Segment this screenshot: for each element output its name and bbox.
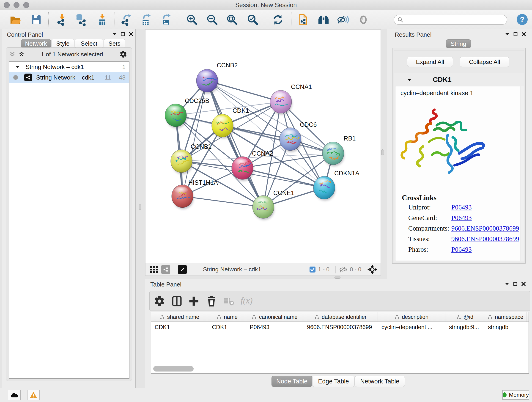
export-network-icon[interactable] — [120, 13, 133, 26]
network-node-cdc25b[interactable] — [165, 104, 187, 128]
network-edge[interactable] — [207, 81, 263, 207]
column-header-shared-name[interactable]: shared name — [151, 313, 208, 322]
tree-expand-icon[interactable] — [16, 65, 20, 68]
warning-status-button[interactable] — [27, 390, 40, 400]
network-node-ccnb2[interactable] — [196, 69, 219, 94]
network-row-selected[interactable]: String Network – cdk1 11 48 — [9, 72, 129, 83]
import-network-icon[interactable] — [56, 13, 68, 26]
tab-network-table[interactable]: Network Table — [355, 376, 405, 387]
table-cell[interactable]: 9606.ENSP00000378699 — [303, 324, 378, 331]
horizontal-scrollbar[interactable] — [153, 366, 194, 371]
network-node-ccna1[interactable] — [270, 90, 292, 115]
float-panel-icon[interactable] — [513, 32, 518, 36]
network-node-ccne1[interactable] — [253, 196, 274, 220]
panel-menu-icon[interactable] — [505, 33, 509, 36]
expand-all-icon[interactable] — [19, 51, 25, 57]
float-panel-icon[interactable] — [513, 282, 517, 286]
hidden-items-icon[interactable] — [339, 266, 348, 273]
network-edge[interactable] — [242, 168, 324, 188]
export-image-icon[interactable] — [160, 13, 172, 26]
import-table-icon[interactable] — [96, 13, 108, 26]
column-header--id[interactable]: @id — [445, 313, 484, 322]
birds-eye-view-icon[interactable] — [178, 265, 187, 274]
network-view[interactable]: CCNB2CCNA1CDC25BCDK1CDC6RB1CCNB1CCNA2CDK… — [145, 29, 381, 276]
zoom-fit-icon[interactable] — [226, 13, 238, 26]
delete-column-icon[interactable] — [206, 295, 217, 307]
collapse-section-icon[interactable] — [407, 78, 412, 81]
selected-checkbox-icon[interactable] — [309, 266, 316, 273]
network-canvas[interactable]: CCNB2CCNA1CDC25BCDK1CDC6RB1CCNB1CCNA2CDK… — [146, 30, 380, 263]
network-collection-row[interactable]: String Network – cdk1 1 — [9, 62, 129, 72]
column-header-namespace[interactable]: namespace — [484, 313, 527, 322]
float-panel-icon[interactable] — [121, 32, 125, 36]
crosslink-link[interactable]: P06493 — [451, 204, 472, 211]
network-node-rb1[interactable] — [322, 142, 344, 166]
search-objects-icon[interactable] — [317, 13, 330, 26]
results-scrollbar[interactable] — [521, 86, 524, 261]
panel-menu-icon[interactable] — [113, 33, 117, 36]
show-columns-icon[interactable] — [171, 295, 183, 307]
create-column-icon[interactable] — [188, 295, 200, 307]
crosslink-link[interactable]: P06493 — [451, 246, 472, 253]
import-network-from-database-icon[interactable] — [75, 13, 87, 26]
hide-selected-icon[interactable] — [337, 13, 349, 26]
cloud-status-button[interactable] — [8, 390, 21, 400]
panel-menu-icon[interactable] — [505, 283, 509, 285]
pan-crosshair-icon[interactable] — [367, 264, 377, 274]
collapse-all-icon[interactable] — [9, 51, 15, 57]
table-cell[interactable]: CDK1 — [151, 324, 208, 331]
column-header-name[interactable]: name — [208, 313, 246, 322]
tab-edge-table[interactable]: Edge Table — [312, 376, 355, 387]
network-edge[interactable] — [182, 196, 263, 207]
show-graphics-details-icon[interactable] — [357, 13, 370, 26]
help-button[interactable]: ? — [516, 13, 528, 26]
crosslink-link[interactable]: P06493 — [451, 214, 472, 222]
refresh-icon[interactable] — [272, 13, 284, 26]
table-cell[interactable]: stringdb:9... — [445, 324, 484, 331]
tab-sets[interactable]: Sets — [104, 39, 125, 48]
annotation-file-icon[interactable] — [297, 13, 309, 26]
zoom-selected-icon[interactable] — [247, 13, 259, 26]
table-cell[interactable]: P06493 — [246, 324, 303, 331]
table-cell[interactable]: cyclin–dependent ... — [378, 324, 445, 331]
delete-table-icon[interactable] — [223, 295, 234, 307]
table-cell[interactable]: stringdb — [484, 324, 527, 331]
zoom-out-icon[interactable] — [206, 13, 218, 26]
gene-section-header[interactable]: CDK1 — [394, 73, 524, 86]
table-row[interactable]: CDK1CDK1P064939606.ENSP00000378699cyclin… — [151, 322, 529, 332]
close-panel-icon[interactable] — [521, 282, 526, 286]
save-session-icon[interactable] — [30, 13, 42, 26]
collapse-all-button[interactable]: Collapse All — [460, 57, 509, 67]
network-node-cdk1[interactable] — [212, 114, 234, 139]
expand-all-button[interactable]: Expand All — [407, 57, 453, 67]
network-view-mode-icon[interactable] — [161, 265, 170, 274]
table-options-gear-icon[interactable] — [154, 295, 165, 307]
crosslink-link[interactable]: 9606.ENSP00000378699 — [451, 225, 519, 232]
tab-string[interactable]: String — [446, 39, 471, 48]
close-panel-icon[interactable] — [522, 32, 526, 36]
memory-button[interactable]: Memory — [502, 390, 529, 400]
network-node-cdc6[interactable] — [279, 128, 302, 152]
right-splitter-handle[interactable] — [381, 149, 384, 155]
network-node-ccnb1[interactable] — [171, 150, 193, 174]
tab-style[interactable]: Style — [51, 39, 75, 48]
grid-view-icon[interactable] — [150, 266, 158, 274]
column-header-description[interactable]: description — [378, 313, 445, 322]
function-builder-icon[interactable]: f(x) — [241, 295, 259, 307]
table-cell[interactable]: CDK1 — [208, 324, 246, 331]
column-header-canonical-name[interactable]: canonical name — [246, 313, 303, 322]
tab-node-table[interactable]: Node Table — [272, 376, 312, 387]
open-session-icon[interactable] — [9, 13, 22, 26]
tab-network[interactable]: Network — [21, 39, 51, 48]
column-header-database-identifier[interactable]: database identifier — [303, 313, 378, 322]
left-splitter-handle[interactable] — [139, 204, 141, 210]
network-node-hist1h1a[interactable] — [172, 185, 194, 209]
network-options-gear-icon[interactable] — [119, 51, 127, 58]
crosslink-link[interactable]: 9606.ENSP00000378699 — [451, 235, 519, 243]
search-field[interactable] — [394, 15, 507, 25]
zoom-in-icon[interactable] — [186, 13, 198, 26]
network-node-cdkn1a[interactable] — [313, 176, 336, 201]
bottom-splitter-handle[interactable] — [335, 276, 341, 279]
tab-select[interactable]: Select — [75, 39, 103, 48]
search-input[interactable] — [406, 15, 504, 24]
